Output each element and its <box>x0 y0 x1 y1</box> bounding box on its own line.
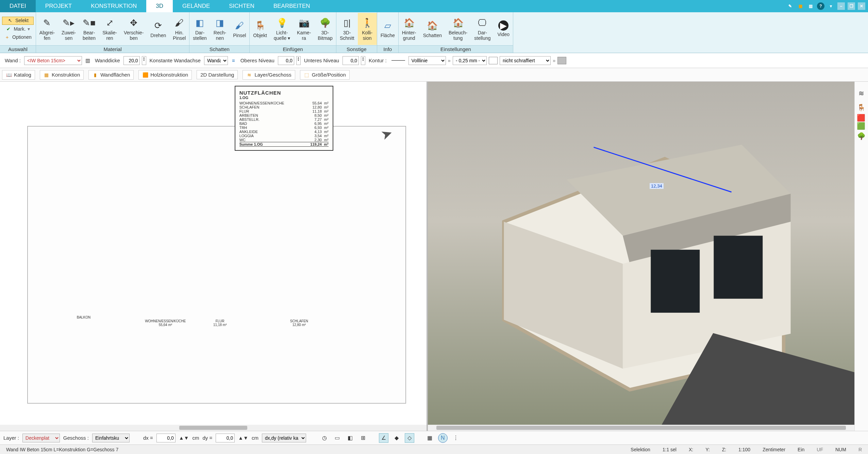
close-icon[interactable]: ✕ <box>858 2 865 10</box>
abgreifen-button[interactable]: ✎Abgrei- fen <box>36 13 58 45</box>
blue-box-icon[interactable]: ▥ <box>807 2 814 10</box>
tab-konstruktion[interactable]: KONSTRUKTION <box>81 0 146 12</box>
video-button[interactable]: ▶Video <box>494 13 513 45</box>
more-icon[interactable]: ⋮ <box>451 433 461 443</box>
tab-sichten[interactable]: SICHTEN <box>219 0 264 12</box>
panel-katalog[interactable]: 📖Katalog <box>2 70 35 80</box>
panel-groesse[interactable]: ⬚Größe/Position <box>300 70 350 80</box>
mark-button[interactable]: ✔Mark. ▾ <box>2 26 34 33</box>
darstellen-button[interactable]: ◧Dar- stellen <box>189 13 210 45</box>
layer-select[interactable]: Deckenplat <box>22 434 60 442</box>
status-unit: Zentimeter <box>760 447 788 452</box>
dx-input[interactable] <box>156 434 176 442</box>
beleuchtung-button[interactable]: 🏠Beleuch- tung <box>445 13 471 45</box>
grid1-icon[interactable]: ⊞ <box>358 433 368 443</box>
axis-icon[interactable]: ≡ <box>230 58 237 63</box>
panel-holz[interactable]: 🟧Holzkonstruktion <box>138 70 192 80</box>
snap1-icon[interactable]: ∠ <box>379 433 388 443</box>
assign-icon: ✎▸ <box>63 17 75 29</box>
selekt-button[interactable]: ↖Selekt <box>2 17 34 25</box>
color-swatch-black[interactable] <box>489 57 498 64</box>
bearbeiten-button[interactable]: ✎■Bear- beiten <box>79 13 99 45</box>
tree-tool-icon[interactable]: 🌳 <box>857 131 866 141</box>
wanddicke-spinner[interactable]: ▲▼ <box>142 56 146 65</box>
furniture-tool-icon[interactable]: 🪑 <box>857 103 866 112</box>
maximize-icon[interactable]: ❐ <box>848 2 855 10</box>
pinsel-button[interactable]: 🖌Pinsel <box>230 13 249 45</box>
kontur-style-select[interactable]: Volllinie <box>408 56 446 65</box>
wanddicke-input[interactable] <box>123 56 140 65</box>
kamera-button[interactable]: 📷Kame- ra <box>294 13 314 45</box>
rechnen-button[interactable]: ◨Rech- nen <box>210 13 230 45</box>
kollision-button[interactable]: 🚶Kolli- sion <box>358 13 377 45</box>
3d-schnitt-button[interactable]: ▯|3D- Schnitt <box>336 13 358 45</box>
wand-type-select[interactable]: <IW Beton 15cm> <box>24 56 82 65</box>
unteres-input[interactable] <box>343 56 359 65</box>
optionen-button[interactable]: ＋Optionen <box>2 34 34 41</box>
main-split: ➤ NUTZFLÄCHEN 1.OG WOHNEN/ESSEN/KÜCHE55,… <box>0 82 868 431</box>
color-swatch-gray[interactable] <box>557 57 566 64</box>
chevron-down-icon[interactable]: ▾ <box>827 2 835 10</box>
wall-draw-icon[interactable]: ▥ <box>84 58 91 64</box>
hin-pinsel-button[interactable]: 🖌Hin. Pinsel <box>169 13 189 45</box>
dy-spinner[interactable]: ▲▼ <box>238 435 248 441</box>
panel-konstruktion[interactable]: ▦Konstruktion <box>40 70 84 80</box>
cube-small-icon[interactable]: ◧ <box>346 433 355 443</box>
room-flur: FLUR 11,18 m² <box>213 319 227 327</box>
geschoss-select[interactable]: Einfahrtsku <box>92 434 130 442</box>
panel-wandflaechen[interactable]: ▮Wandflächen <box>88 70 134 80</box>
achse-select[interactable]: Wanda <box>204 56 228 65</box>
zuweisen-button[interactable]: ✎▸Zuwei- sen <box>58 13 79 45</box>
objekt-button[interactable]: 🪑Objekt <box>250 13 270 45</box>
eyedropper-icon: ✎ <box>41 17 53 29</box>
viewport-3d[interactable]: 12,34 <box>428 82 854 431</box>
flag-icon[interactable]: ▭ <box>333 433 342 443</box>
wand-icon[interactable]: ✎ <box>786 2 794 10</box>
3d-bitmap-button[interactable]: 🌳3D- Bitmap <box>314 13 336 45</box>
cube-icon: ◧ <box>194 17 206 29</box>
snap2-icon[interactable]: ◆ <box>392 433 401 443</box>
scrollbar-3d[interactable] <box>428 425 854 431</box>
drehen-button[interactable]: ⟳Drehen <box>147 13 169 45</box>
group-label-info: Info <box>377 45 398 53</box>
darstellung-button[interactable]: 🖵Dar- stellung <box>471 13 494 45</box>
palette-tool-icon[interactable]: 🟥🟩 <box>857 117 866 127</box>
tab-projekt[interactable]: PROJEKT <box>36 0 81 12</box>
dx-spinner[interactable]: ▲▼ <box>179 435 189 441</box>
clock-icon[interactable]: ◷ <box>320 433 329 443</box>
grid-toggle-icon[interactable]: ▦ <box>425 433 435 443</box>
status-x: X: <box>686 447 696 452</box>
lichtquelle-button[interactable]: 💡Licht- quelle ▾ <box>270 13 294 45</box>
panel-layer[interactable]: ≋Layer/Geschoss <box>243 70 295 80</box>
cursor-icon: ↖ <box>7 18 13 24</box>
coord-mode-select[interactable]: dx,dy (relativ ka <box>262 434 306 442</box>
viewport-2d[interactable]: ➤ NUTZFLÄCHEN 1.OG WOHNEN/ESSEN/KÜCHE55,… <box>0 82 428 431</box>
help-icon[interactable]: ? <box>817 2 824 10</box>
orange-box-icon[interactable]: ▦ <box>797 2 804 10</box>
tab-datei[interactable]: DATEI <box>0 0 36 12</box>
tab-bearbeiten[interactable]: BEARBEITEN <box>264 0 320 12</box>
unteres-spinner[interactable]: ▲▼ <box>361 56 365 65</box>
hatch-select[interactable]: nicht schraffiert <box>500 56 551 65</box>
schatten-set-button[interactable]: 🏠Schatten <box>420 13 445 45</box>
tab-gelaende[interactable]: GELÄNDE <box>173 0 219 12</box>
snap3-icon[interactable]: ◇ <box>405 433 414 443</box>
status-left: Wand IW Beton 15cm L=Konstruktion G=Gesc… <box>3 447 121 452</box>
tab-3d[interactable]: 3D <box>146 0 173 12</box>
panel-2d[interactable]: 2D Darstellung <box>197 70 238 79</box>
layers-tool-icon[interactable]: ≋ <box>857 88 866 98</box>
scrollbar-2d[interactable] <box>0 425 427 431</box>
dy-input[interactable] <box>216 434 235 442</box>
n-icon[interactable]: N <box>438 433 448 443</box>
status-bar: Wand IW Beton 15cm L=Konstruktion G=Gesc… <box>0 444 868 454</box>
oberes-input[interactable] <box>278 56 294 65</box>
verschieben-button[interactable]: ✥Verschie- ben <box>120 13 147 45</box>
group-label-schatten: Schatten <box>189 45 249 53</box>
kontur-width-select[interactable]: - 0,25 mm - <box>453 56 487 65</box>
group-material: ✎Abgrei- fen ✎▸Zuwei- sen ✎■Bear- beiten… <box>36 12 190 53</box>
hintergrund-button[interactable]: 🏠Hinter- grund <box>399 13 420 45</box>
oberes-spinner[interactable]: ▲▼ <box>296 56 301 65</box>
skalieren-button[interactable]: ⤢Skalie- ren <box>99 13 120 45</box>
minimize-icon[interactable]: – <box>837 2 845 10</box>
flaeche-button[interactable]: ▱Fläche <box>377 13 398 45</box>
